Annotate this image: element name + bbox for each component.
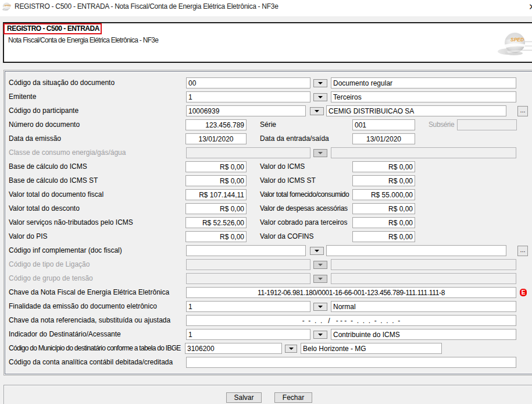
svg-text:SPED: SPED xyxy=(5,4,11,7)
svg-text:SPED: SPED xyxy=(510,37,524,42)
